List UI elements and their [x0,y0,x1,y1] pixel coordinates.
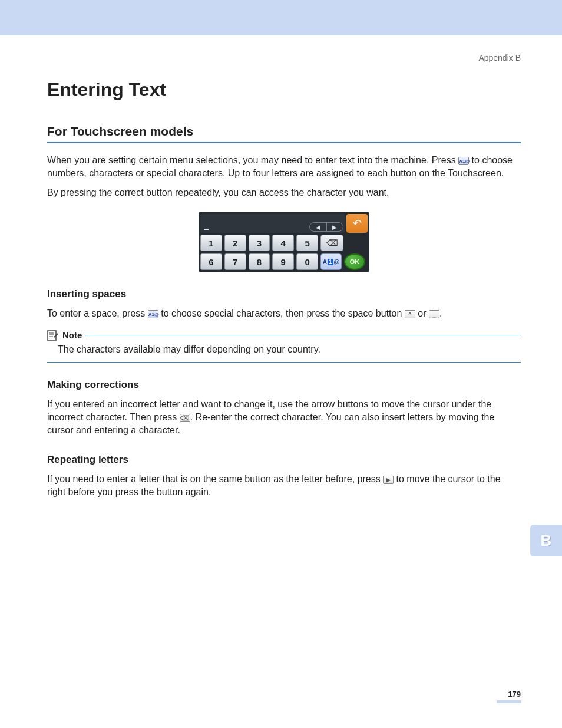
text: If you need to enter a letter that is on… [47,474,383,484]
note-icon [47,330,59,341]
page-number-accent [497,700,521,703]
intro-paragraph-2: By pressing the correct button repeatedl… [47,186,521,199]
text: When you are setting certain menu select… [47,155,458,165]
making-corrections-paragraph: If you entered an incorrect letter and w… [47,398,521,437]
section-heading-touchscreen: For Touchscreen models [47,124,521,139]
header-label: Appendix B [47,53,521,62]
kbd-key-0: 0 [296,253,318,270]
subheading-inserting-spaces: Inserting spaces [47,288,521,300]
kbd-mode-a: A [323,259,327,265]
kbd-key-8: 8 [249,253,270,270]
touchscreen-keyboard-figure: ◀ ▶ ↶ 1 2 3 4 5 6 7 8 9 0 ⌫ [199,212,369,272]
kbd-key-7: 7 [224,253,246,270]
note-box: Note The characters available may differ… [47,330,521,363]
space-button-icon-2 [429,310,439,318]
kbd-key-3: 3 [249,235,270,251]
kbd-return-button: ↶ [346,214,368,233]
text: to choose special characters, then press… [158,308,405,318]
kbd-key-5: 5 [296,235,318,251]
page-content: Appendix B Entering Text For Touchscreen… [0,35,562,529]
kbd-mode-at: @ [334,259,340,265]
inserting-spaces-paragraph: To enter a space, press A1@ to choose sp… [47,307,521,320]
page-number: 179 [508,690,521,699]
text: To enter a space, press [47,308,148,318]
kbd-key-9: 9 [272,253,294,270]
kbd-cursor [204,229,209,230]
text: or [415,308,429,318]
kbd-number-keys: 1 2 3 4 5 6 7 8 9 0 [200,235,318,270]
note-rule-top [85,335,521,335]
text: . [439,308,442,318]
top-color-band [0,0,562,35]
mode-switch-icon: A1@ [148,310,158,318]
note-label: Note [62,330,82,340]
kbd-key-6: 6 [200,253,222,270]
cursor-right-icon [383,476,394,484]
section-rule [47,142,521,143]
kbd-mode-button: A1@ [320,253,342,270]
kbd-cursor-arrows: ◀ ▶ [309,222,343,232]
subheading-repeating-letters: Repeating letters [47,454,521,466]
kbd-key-4: 4 [272,235,294,251]
kbd-ok-button: OK [344,253,365,270]
svg-rect-0 [48,331,56,340]
kbd-mode-1-highlight: 1 [328,259,333,265]
kbd-key-2: 2 [224,235,246,251]
kbd-key-1: 1 [200,235,222,251]
repeating-letters-paragraph: If you need to enter a letter that is on… [47,473,521,499]
page-title: Entering Text [47,79,521,101]
kbd-arrow-left: ◀ [310,223,327,231]
kbd-text-display: ◀ ▶ [200,214,345,233]
space-button-icon-1 [405,310,415,318]
intro-paragraph-1: When you are setting certain menu select… [47,154,521,180]
note-rule-bottom [47,362,521,363]
mode-switch-icon: A1@ [458,157,469,165]
note-body: The characters available may differ depe… [47,341,521,358]
subheading-making-corrections: Making corrections [47,379,521,391]
kbd-arrow-right: ▶ [327,223,343,231]
kbd-backspace-button: ⌫ [320,235,343,251]
section-index-tab: B [530,525,562,556]
backspace-icon [180,414,190,422]
